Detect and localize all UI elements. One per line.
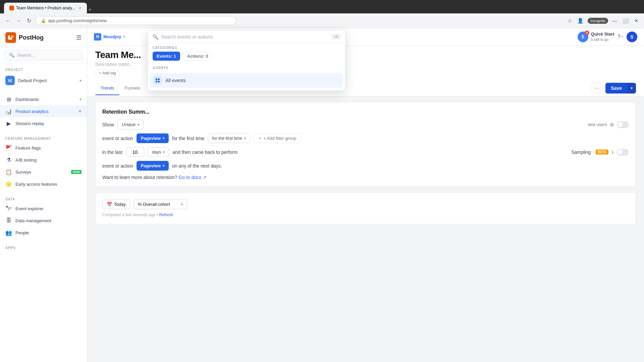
- computed-label: Computed a few seconds ago •: [102, 213, 158, 217]
- date-today-button[interactable]: 📅 Today: [102, 199, 130, 209]
- forward-button[interactable]: →: [15, 16, 23, 25]
- project-section: PROJECT M Default Project ▾: [0, 63, 87, 90]
- sidebar-item-people[interactable]: 👥 People: [0, 227, 87, 239]
- breadcrumb-project-avatar: M: [94, 33, 101, 41]
- actions-chip[interactable]: Actions: 0: [183, 52, 213, 61]
- filter-row-2: event or action Pageview ▾ on any of the…: [102, 161, 629, 171]
- sidebar-header: PostHog ☰: [0, 28, 87, 47]
- refresh-button[interactable]: ↻: [25, 16, 33, 25]
- tab-funnels[interactable]: Funnels: [119, 81, 146, 95]
- and-then-label: and then came back to perform: [172, 149, 237, 155]
- docs-link[interactable]: Go to docs ↗: [179, 175, 207, 180]
- bookmark-icon[interactable]: ☆: [566, 16, 573, 25]
- save-dropdown-button[interactable]: ▾: [627, 83, 636, 94]
- test-gear-icon[interactable]: ⚙: [610, 122, 614, 127]
- pageview-select-1[interactable]: Pageview ▾: [137, 133, 169, 143]
- today-label: Today: [114, 202, 126, 207]
- data-section: DATA 🔭 Event explorer 🗄 Data management …: [0, 193, 87, 241]
- back-button[interactable]: ←: [4, 16, 12, 25]
- sidebar-item-ab-testing[interactable]: ⚗ A/B testing: [0, 154, 87, 166]
- add-filter-group-button[interactable]: + + Add filter group: [254, 133, 301, 143]
- sidebar-item-early-access[interactable]: 🌟 Early access features: [0, 178, 87, 190]
- early-access-icon: 🌟: [5, 181, 12, 187]
- ab-testing-label: A/B testing: [15, 158, 37, 163]
- breadcrumb: M Moodjoy ▾: [94, 33, 125, 41]
- events-label: EVENTS: [150, 65, 343, 71]
- sampling-toggle[interactable]: [617, 149, 629, 156]
- test-users-toggle[interactable]: [617, 121, 629, 128]
- feature-management-label: FEATURE MANAGEMENT: [0, 135, 87, 142]
- for-first-time-select-label: for the first time: [212, 136, 243, 141]
- sidebar-item-project[interactable]: M Default Project ▾: [0, 73, 87, 88]
- event-action-label-1: event or action: [102, 136, 133, 141]
- tab-actions: ··· Save ▾: [591, 80, 636, 96]
- days-chevron-icon: ▾: [163, 150, 165, 154]
- sidebar-item-product-analytics[interactable]: 📊 Product analytics +: [0, 105, 87, 117]
- first-time-select[interactable]: for the first time ▾: [208, 133, 251, 143]
- sidebar-search-area: 🔍 Search...: [0, 47, 87, 63]
- unique-select[interactable]: Unique ▾: [117, 120, 144, 129]
- browser-tabs: Team Members • Product analy... ✕ +: [4, 0, 92, 13]
- sidebar-item-dashboards[interactable]: ⊞ Dashboards ▾: [0, 93, 87, 105]
- tab-favicon: [9, 6, 14, 10]
- breadcrumb-project[interactable]: M Moodjoy ▾: [94, 33, 125, 41]
- test-users-label: test users: [588, 122, 607, 127]
- add-tag-button[interactable]: + Add tag: [95, 69, 120, 77]
- breadcrumb-project-name: Moodjoy: [103, 34, 121, 39]
- data-management-label: Data management: [15, 218, 51, 223]
- more-options-button[interactable]: ···: [591, 83, 603, 94]
- project-name: Default Project: [18, 78, 47, 83]
- event-search-input[interactable]: [161, 34, 329, 40]
- sidebar-item-event-explorer[interactable]: 🔭 Event explorer: [0, 202, 87, 215]
- days-select[interactable]: days ▾: [148, 147, 169, 157]
- session-replay-icon: ▶: [5, 120, 12, 127]
- refresh-link[interactable]: Refresh: [159, 213, 173, 217]
- project-label: PROJECT: [0, 66, 87, 73]
- help-button[interactable]: ? ▾: [618, 34, 623, 40]
- help-chevron-icon: ▾: [622, 35, 623, 39]
- sidebar-item-session-replay[interactable]: ▶ Session replay: [0, 117, 87, 129]
- toolbar-right: ☆ 👤 Incognito — ⬜ ✕: [566, 16, 640, 25]
- add-analytics-icon[interactable]: +: [78, 108, 82, 114]
- minimize-icon[interactable]: —: [611, 16, 619, 25]
- sampling-info-icon[interactable]: ℹ: [612, 149, 613, 155]
- all-events-item[interactable]: All events: [150, 73, 343, 88]
- maximize-icon[interactable]: ⬜: [621, 16, 630, 25]
- events-chip[interactable]: Events: 1: [153, 52, 180, 61]
- event-explorer-icon: 🔭: [5, 205, 12, 212]
- cohort-chevron-icon: ▾: [181, 202, 183, 206]
- tab-trends[interactable]: Trends: [95, 81, 119, 95]
- product-analytics-icon: 📊: [5, 108, 12, 115]
- session-replay-label: Session replay: [15, 121, 44, 126]
- hamburger-icon[interactable]: ☰: [76, 34, 82, 41]
- user-avatar[interactable]: S: [627, 32, 637, 42]
- cohort-select[interactable]: % Overall cohort ▾: [133, 199, 187, 209]
- sidebar-item-data-management[interactable]: 🗄 Data management: [0, 215, 87, 227]
- docs-link-area: Want to learn more about retention? Go t…: [102, 175, 629, 180]
- dropdown-categories-section: CATEGORIES Events: 1 Actions: 0: [148, 43, 345, 63]
- quick-start-badge: 0: [585, 31, 589, 35]
- days-label: days: [152, 149, 161, 155]
- dropdown-search-area: 🔍 ⌘K: [148, 31, 345, 43]
- address-bar[interactable]: 🔒 app.posthog.com/insights/new: [35, 16, 236, 25]
- sidebar-item-feature-flags[interactable]: 🚩 Feature flags: [0, 142, 87, 154]
- people-icon: 👥: [5, 229, 12, 236]
- sidebar-item-surveys[interactable]: 📋 Surveys NEW: [0, 166, 87, 178]
- early-access-label: Early access features: [15, 182, 57, 187]
- pageview-select-2[interactable]: Pageview ▾: [137, 161, 169, 171]
- pageview-label-1: Pageview: [141, 136, 161, 141]
- active-tab[interactable]: Team Members • Product analy... ✕: [4, 3, 87, 13]
- pageview-chevron-icon-2: ▾: [163, 164, 164, 168]
- tab-close[interactable]: ✕: [78, 6, 82, 10]
- category-chips: Events: 1 Actions: 0: [153, 52, 340, 61]
- profile-icon[interactable]: 👤: [576, 16, 585, 25]
- close-icon[interactable]: ✕: [633, 16, 640, 25]
- quick-start-button[interactable]: 5 0 Quick Start 5 still to go: [578, 32, 614, 42]
- docs-text: Want to learn more about retention?: [102, 175, 177, 180]
- search-box[interactable]: 🔍 Search...: [4, 50, 83, 60]
- save-button[interactable]: Save: [605, 83, 627, 94]
- new-tab-button[interactable]: +: [88, 6, 92, 13]
- pageview-chevron-icon-1: ▾: [163, 136, 164, 140]
- days-number-input[interactable]: [126, 147, 144, 157]
- unique-chevron-icon: ▾: [138, 123, 139, 126]
